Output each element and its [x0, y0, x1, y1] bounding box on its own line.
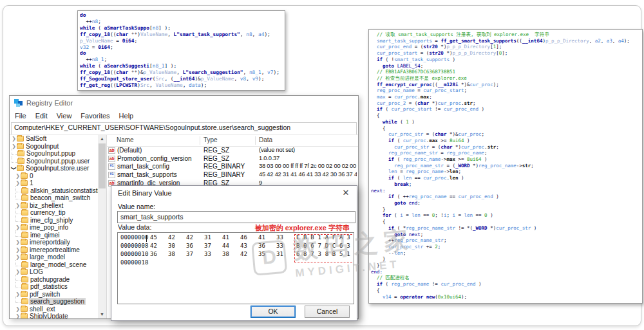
chevron-collapsed-icon[interactable]: ❯: [15, 307, 20, 311]
menu-item-view[interactable]: View: [52, 112, 77, 120]
tree-item-0[interactable]: ❯0: [10, 172, 98, 180]
tree-item-label[interactable]: large_model: [28, 253, 66, 261]
scrollbar-thumb[interactable]: [99, 143, 106, 188]
window-title: Registry Editor: [26, 99, 73, 107]
tree-item-label[interactable]: shell_ext: [28, 306, 56, 313]
close-icon[interactable]: ✕: [338, 188, 354, 199]
tree-item-label[interactable]: 0: [28, 172, 35, 179]
tree-item-label[interactable]: search_suggestion: [29, 298, 86, 305]
chevron-collapsed-icon[interactable]: ❯: [15, 255, 20, 259]
chevron-collapsed-icon[interactable]: ❯: [15, 203, 20, 208]
chevron-collapsed-icon[interactable]: ❯: [15, 292, 20, 297]
tree-item-label[interactable]: LOG: [28, 268, 44, 275]
tree-item-large_model_scene[interactable]: large_model_scene: [10, 261, 98, 269]
tree-item-pdf_switch[interactable]: ❯pdf_switch: [10, 291, 98, 298]
tree-item-shell_ext[interactable]: ❯shell_ext: [10, 306, 98, 313]
scroll-down-icon[interactable]: ▼: [98, 311, 106, 318]
code-line: cur_proc_str = (char *)cur_proc.str;: [371, 144, 642, 151]
hex-editor[interactable]: 000000004542423141464133EBB1AFA300000008…: [117, 232, 354, 304]
tree-item-label[interactable]: SogouInput.ppup: [25, 150, 77, 157]
value-type-cell: REG_BINARY: [204, 163, 245, 170]
chevron-collapsed-icon[interactable]: ❯: [15, 174, 20, 178]
chevron-collapsed-icon[interactable]: ❯: [15, 270, 20, 274]
chevron-collapsed-icon[interactable]: ❯: [12, 136, 16, 141]
tree-item-currency_tip[interactable]: currency_tip: [10, 209, 98, 217]
chevron-collapsed-icon[interactable]: ❯: [15, 240, 20, 244]
tree-item-label[interactable]: pdf_switch: [28, 291, 61, 298]
address-bar[interactable]: Computer\HKEY_CURRENT_USER\SOFTWARE\Sogo…: [11, 122, 357, 135]
menu-item-help[interactable]: Help: [115, 112, 138, 120]
code-block-right: // 读取 smart_task_supports 注册表, 获取到 explo…: [368, 29, 643, 304]
chevron-expanded-icon[interactable]: ❯: [12, 166, 16, 170]
tree-item-SogouInput.ppup[interactable]: SogouInput.ppup: [10, 150, 98, 158]
tree-item-ime_pop_info[interactable]: ❯ime_pop_info: [10, 224, 98, 232]
tree-item-label[interactable]: biz_shellext: [28, 202, 64, 209]
tree-item-pdf_statistics[interactable]: pdf_statistics: [10, 283, 98, 291]
tree-item-label[interactable]: large_model_scene: [29, 261, 88, 268]
tree-item-label[interactable]: ime_qimei: [29, 232, 61, 239]
tree-item-1[interactable]: ❯1: [10, 179, 98, 187]
column-separator[interactable]: [255, 136, 256, 145]
tree-item-ShiplyUpdate[interactable]: ❯ShiplyUpdate: [10, 313, 98, 318]
tree-item-patchupgrade[interactable]: patchupgrade: [10, 276, 98, 284]
tree-item-LOG[interactable]: ❯LOG: [10, 268, 98, 276]
tree-item-large_model[interactable]: ❯large_model: [10, 253, 98, 261]
tree-item-label[interactable]: ShiplyUpdate: [28, 313, 69, 318]
tree-item-label[interactable]: beacon_main_switch: [29, 194, 91, 201]
column-header-data[interactable]: Data: [259, 136, 272, 143]
table-row-smart_task_supports[interactable]: 01smart_task_supportsREG_BINARY45 42 42 …: [107, 171, 358, 179]
value-name-field[interactable]: smart_task_supports: [117, 211, 355, 223]
tree-item-label[interactable]: imereportrealtime: [28, 246, 81, 253]
tree-item-label[interactable]: ime_pop_info: [28, 224, 70, 231]
tree-item-label[interactable]: patchupgrade: [29, 276, 71, 283]
tree-item-label[interactable]: currency_tip: [29, 209, 66, 216]
chevron-collapsed-icon[interactable]: ❯: [15, 248, 20, 252]
tree-item-imereportrealtime[interactable]: ❯imereportrealtime: [10, 246, 98, 254]
menu-item-edit[interactable]: Edit: [31, 112, 52, 120]
folder-icon: [21, 262, 28, 268]
tree-item-label[interactable]: imereportdaily: [28, 239, 71, 246]
column-separator[interactable]: [200, 136, 200, 145]
tree-item-imereportdaily[interactable]: ❯imereportdaily: [10, 239, 98, 246]
menu-bar: FileEditViewFavoritesHelp: [10, 110, 358, 122]
tree-item-SalSoft[interactable]: ❯SalSoft: [10, 135, 98, 143]
chevron-collapsed-icon[interactable]: ❯: [15, 314, 20, 318]
folder-icon: [21, 217, 28, 223]
code-line: if ( !smart_task_supports ): [371, 57, 642, 63]
chevron-collapsed-icon[interactable]: ❯: [12, 144, 16, 149]
tree-item-allskin_statusiconstatistics[interactable]: allskin_statusiconstatistics: [10, 187, 98, 195]
tree-item-label[interactable]: ime_cfg_shiply: [29, 217, 74, 224]
column-header-type[interactable]: Type: [204, 136, 218, 143]
value-type-cell: REG_SZ: [204, 147, 229, 154]
regedit-title-bar[interactable]: Registry Editor: [10, 96, 358, 110]
chevron-collapsed-icon[interactable]: ❯: [15, 181, 20, 185]
menu-item-favorites[interactable]: Favorites: [76, 112, 114, 120]
tree-item-label[interactable]: allskin_statusiconstatistics: [29, 187, 98, 194]
chevron-collapsed-icon[interactable]: ❯: [15, 225, 20, 230]
tree-scrollbar[interactable]: ▲ ▼: [98, 135, 106, 318]
table-row-smart_task_config[interactable]: 01smart_task_configREG_BINARY38 03 00 00…: [107, 163, 358, 171]
hex-byte: 33: [276, 234, 294, 241]
ok-button[interactable]: OK: [251, 306, 296, 318]
tree-item-label[interactable]: SogouInput.ppup.user: [25, 158, 91, 165]
tree-item-SogouInput[interactable]: ❯SogouInput: [10, 143, 98, 151]
table-row-(Default)[interactable]: ab(Default)REG_SZ(value not set): [107, 147, 358, 155]
tree-item-label[interactable]: pdf_statistics: [29, 283, 69, 290]
tree-item-SogouInput.store.user[interactable]: ❯SogouInput.store.user: [10, 165, 98, 172]
value-data-cell: 38 03 00 00 ff ff ff 7f 2c 00 02 00 02 0…: [259, 163, 357, 169]
tree-item-biz_shellext[interactable]: ❯biz_shellext: [10, 202, 98, 210]
tree-item-label[interactable]: 1: [28, 179, 35, 187]
scroll-up-icon[interactable]: ▲: [98, 135, 106, 143]
tree-item-label[interactable]: SalSoft: [24, 135, 48, 142]
tree-item-SogouInput.ppup.user[interactable]: SogouInput.ppup.user: [10, 158, 98, 165]
menu-item-file[interactable]: File: [10, 112, 31, 120]
tree-item-ime_cfg_shiply[interactable]: ime_cfg_shiply: [10, 217, 98, 225]
tree-item-ime_qimei[interactable]: ime_qimei: [10, 232, 98, 239]
tree-item-search_suggestion[interactable]: search_suggestion: [10, 298, 98, 306]
cancel-button[interactable]: Cancel: [305, 306, 350, 318]
table-row-Promotion_config_version[interactable]: abPromotion_config_versionREG_SZ1.0.0.37: [107, 155, 358, 163]
tree-item-beacon_main_switch[interactable]: beacon_main_switch: [10, 194, 98, 202]
column-header-name[interactable]: Name: [117, 136, 134, 143]
tree-item-label[interactable]: SogouInput.store.user: [24, 165, 90, 172]
tree-item-label[interactable]: SogouInput: [24, 143, 60, 150]
